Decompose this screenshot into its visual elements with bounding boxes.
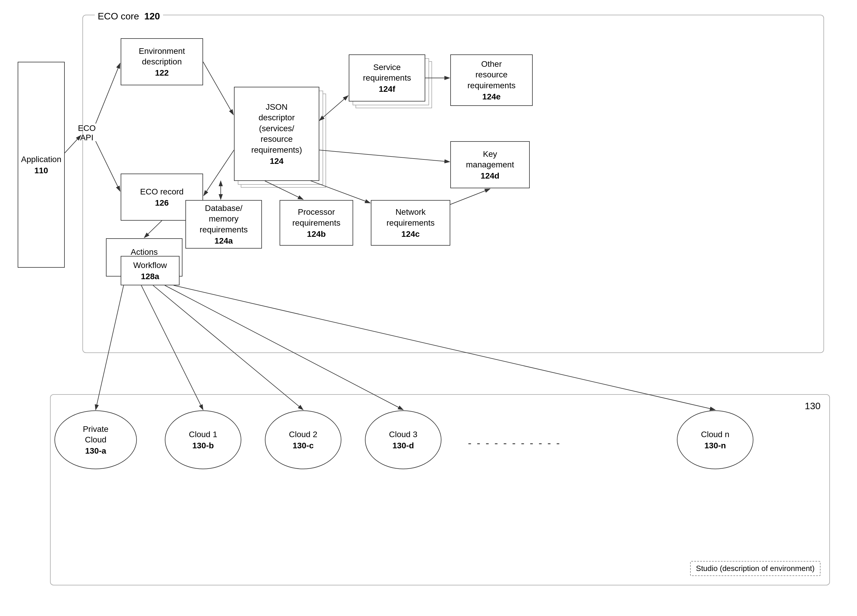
eco-core-label: ECO core 120 (95, 11, 163, 22)
json-desc-label: JSONdescriptor(services/resourcerequirem… (251, 102, 302, 155)
key-mgmt-label: Keymanagement (466, 149, 514, 170)
cloud2-number: 130-c (292, 441, 314, 450)
db-mem-label: Database/memoryrequirements (200, 203, 248, 235)
service-req-box: Servicerequirements 124f (349, 54, 425, 102)
application-number: 110 (34, 166, 48, 175)
diagram-container: ECO core 120 130 Studio (description of … (9, 9, 848, 609)
key-mgmt-number: 124d (481, 171, 500, 181)
json-desc-number: 124 (270, 156, 284, 166)
db-mem-number: 124a (215, 236, 233, 245)
application-box: Application 110 (18, 62, 65, 268)
cloudn-number: 130-n (704, 441, 726, 450)
env-desc-number: 122 (155, 68, 169, 78)
workflow-label: Workflow (133, 260, 167, 271)
other-res-number: 124e (483, 92, 501, 102)
db-memory-box: Database/memoryrequirements 124a (186, 200, 262, 249)
other-res-label: Otherresourcerequirements (467, 59, 515, 91)
cloud3-ellipse: Cloud 3 130-d (365, 411, 441, 469)
processor-req-box: Processorrequirements 124b (280, 200, 353, 245)
cloudn-label: Cloud n (701, 429, 730, 440)
workflow-box: Workflow 128a (121, 256, 179, 286)
svc-req-number: 124f (379, 85, 395, 94)
cloud1-number: 130-b (192, 441, 213, 450)
cloudn-ellipse: Cloud n 130-n (677, 411, 753, 469)
proc-req-label: Processorrequirements (292, 207, 340, 228)
other-resource-box: Otherresourcerequirements 124e (450, 54, 533, 106)
application-label: Application (21, 154, 62, 165)
private-cloud-label: PrivateCloud (83, 424, 108, 445)
cloud1-label: Cloud 1 (189, 429, 218, 440)
eco-record-number: 126 (155, 198, 169, 208)
cloud2-ellipse: Cloud 2 130-c (265, 411, 341, 469)
json-descriptor-box: JSONdescriptor(services/resourcerequirem… (234, 87, 319, 181)
cloud1-ellipse: Cloud 1 130-b (165, 411, 241, 469)
cloud3-label: Cloud 3 (389, 429, 418, 440)
eco-core-number: 120 (144, 11, 160, 22)
net-req-number: 124c (401, 230, 420, 239)
workflow-number: 128a (141, 272, 159, 281)
studio-label: Studio (description of environment) (690, 561, 820, 576)
environment-desc-box: Environmentdescription 122 (121, 38, 203, 85)
eco-api-label: ECOAPI (72, 124, 102, 142)
network-req-box: Networkrequirements 124c (371, 200, 450, 245)
net-req-label: Networkrequirements (387, 207, 435, 228)
svc-req-label: Servicerequirements (363, 62, 411, 83)
key-mgmt-box: Keymanagement 124d (450, 141, 530, 188)
private-cloud-number: 130-a (85, 446, 106, 456)
proc-req-number: 124b (307, 230, 326, 239)
eco-record-label: ECO record (140, 187, 184, 197)
ellipsis-dots: - - - - - - - - - - - (468, 437, 561, 449)
cloud-group-number: 130 (805, 401, 820, 412)
env-desc-label: Environmentdescription (139, 46, 185, 67)
private-cloud-ellipse: PrivateCloud 130-a (54, 411, 137, 469)
cloud3-number: 130-d (392, 441, 414, 450)
cloud2-label: Cloud 2 (289, 429, 317, 440)
